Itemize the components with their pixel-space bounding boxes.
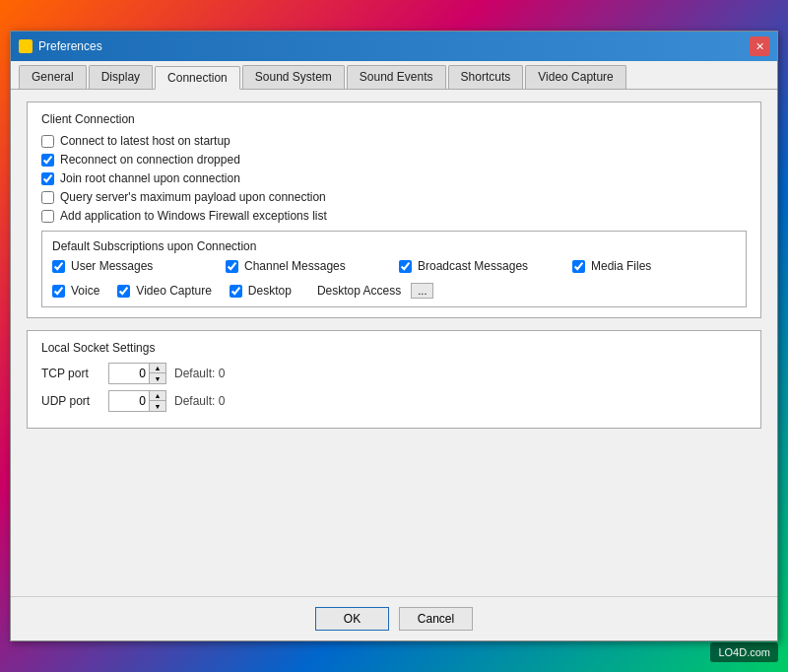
- video-capture-sub-checkbox[interactable]: [117, 285, 130, 298]
- tab-display[interactable]: Display: [89, 65, 153, 89]
- tcp-port-row: TCP port 0 ▲ ▼ Default: 0: [41, 363, 747, 384]
- udp-decrement-button[interactable]: ▼: [150, 401, 165, 411]
- query-payload-label: Query server's maximum payload upon conn…: [60, 190, 326, 204]
- join-root-label: Join root channel upon connection: [60, 171, 240, 185]
- reconnect-checkbox[interactable]: [41, 154, 54, 167]
- video-capture-sub-label: Video Capture: [136, 284, 212, 298]
- preferences-window: Preferences ✕ General Display Connection…: [10, 31, 778, 641]
- tcp-spinbox-buttons: ▲ ▼: [149, 364, 165, 383]
- tcp-port-label: TCP port: [41, 367, 100, 380]
- tab-connection[interactable]: Connection: [155, 66, 240, 90]
- connect-latest-checkbox[interactable]: [41, 135, 54, 148]
- window-title: Preferences: [38, 39, 102, 53]
- reconnect-row: Reconnect on connection dropped: [41, 153, 747, 167]
- join-root-checkbox[interactable]: [41, 172, 54, 185]
- media-files-row: Media Files: [572, 259, 736, 273]
- tcp-spinbox: 0 ▲ ▼: [108, 363, 166, 384]
- udp-port-label: UDP port: [41, 394, 100, 408]
- desktop-access-button[interactable]: ...: [411, 283, 433, 299]
- tcp-decrement-button[interactable]: ▼: [150, 373, 165, 383]
- add-firewall-checkbox[interactable]: [41, 210, 54, 223]
- connect-latest-row: Connect to latest host on startup: [41, 134, 747, 148]
- tcp-increment-button[interactable]: ▲: [150, 364, 165, 373]
- tcp-default-text: Default: 0: [174, 367, 225, 380]
- voice-label: Voice: [71, 284, 99, 298]
- local-socket-title: Local Socket Settings: [41, 341, 747, 355]
- subscriptions-grid: User Messages Channel Messages Broadcast…: [52, 259, 736, 278]
- footer: OK Cancel: [11, 596, 777, 640]
- cancel-button[interactable]: Cancel: [399, 607, 473, 631]
- user-messages-label: User Messages: [71, 259, 153, 273]
- desktop-row-cb: Desktop: [230, 284, 292, 298]
- app-icon: [19, 39, 33, 53]
- udp-increment-button[interactable]: ▲: [150, 391, 165, 401]
- user-messages-row: User Messages: [52, 259, 216, 273]
- watermark: LO4D.com: [710, 642, 778, 662]
- title-bar-left: Preferences: [19, 39, 102, 53]
- add-firewall-row: Add application to Windows Firewall exce…: [41, 209, 747, 223]
- tab-video-capture[interactable]: Video Capture: [525, 65, 626, 89]
- tabs-container: General Display Connection Sound System …: [11, 61, 777, 90]
- udp-spinbox-buttons: ▲ ▼: [149, 391, 165, 411]
- local-socket-section: Local Socket Settings TCP port 0 ▲ ▼ Def…: [27, 330, 761, 429]
- subscriptions-title: Default Subscriptions upon Connection: [52, 239, 736, 253]
- desktop-checkbox[interactable]: [230, 285, 242, 298]
- desktop-label: Desktop: [248, 284, 292, 298]
- tab-sound-events[interactable]: Sound Events: [347, 65, 446, 89]
- tab-shortcuts[interactable]: Shortcuts: [448, 65, 524, 89]
- voice-row: Voice: [52, 284, 99, 298]
- tab-sound-system[interactable]: Sound System: [242, 65, 345, 89]
- udp-port-row: UDP port 0 ▲ ▼ Default: 0: [41, 390, 747, 412]
- user-messages-checkbox[interactable]: [52, 260, 65, 273]
- media-files-checkbox[interactable]: [572, 260, 585, 273]
- join-root-row: Join root channel upon connection: [41, 171, 747, 185]
- video-capture-sub-row: Video Capture: [117, 284, 212, 298]
- add-firewall-label: Add application to Windows Firewall exce…: [60, 209, 327, 223]
- udp-default-text: Default: 0: [174, 394, 225, 408]
- channel-messages-label: Channel Messages: [244, 259, 346, 273]
- query-payload-checkbox[interactable]: [41, 191, 54, 204]
- client-connection-title: Client Connection: [41, 112, 747, 126]
- broadcast-messages-label: Broadcast Messages: [418, 259, 528, 273]
- media-files-label: Media Files: [591, 259, 651, 273]
- broadcast-messages-checkbox[interactable]: [399, 260, 412, 273]
- subscriptions-section: Default Subscriptions upon Connection Us…: [41, 231, 747, 307]
- udp-spinbox: 0 ▲ ▼: [108, 390, 166, 412]
- title-bar: Preferences ✕: [11, 32, 777, 61]
- close-button[interactable]: ✕: [750, 36, 769, 56]
- connect-latest-label: Connect to latest host on startup: [60, 134, 230, 148]
- client-connection-section: Client Connection Connect to latest host…: [27, 101, 761, 318]
- channel-messages-checkbox[interactable]: [226, 260, 238, 273]
- tcp-port-input[interactable]: 0: [109, 364, 149, 383]
- desktop-access-label: Desktop Access: [317, 284, 401, 298]
- voice-checkbox[interactable]: [52, 285, 65, 298]
- ok-button[interactable]: OK: [315, 607, 389, 631]
- tab-general[interactable]: General: [19, 65, 87, 89]
- broadcast-messages-row: Broadcast Messages: [399, 259, 562, 273]
- query-payload-row: Query server's maximum payload upon conn…: [41, 190, 747, 204]
- bottom-subscriptions-row: Voice Video Capture Desktop Desktop Acce…: [52, 283, 736, 299]
- channel-messages-row: Channel Messages: [226, 259, 389, 273]
- udp-port-input[interactable]: 0: [109, 391, 149, 411]
- reconnect-label: Reconnect on connection dropped: [60, 153, 240, 167]
- main-content: Client Connection Connect to latest host…: [11, 90, 777, 596]
